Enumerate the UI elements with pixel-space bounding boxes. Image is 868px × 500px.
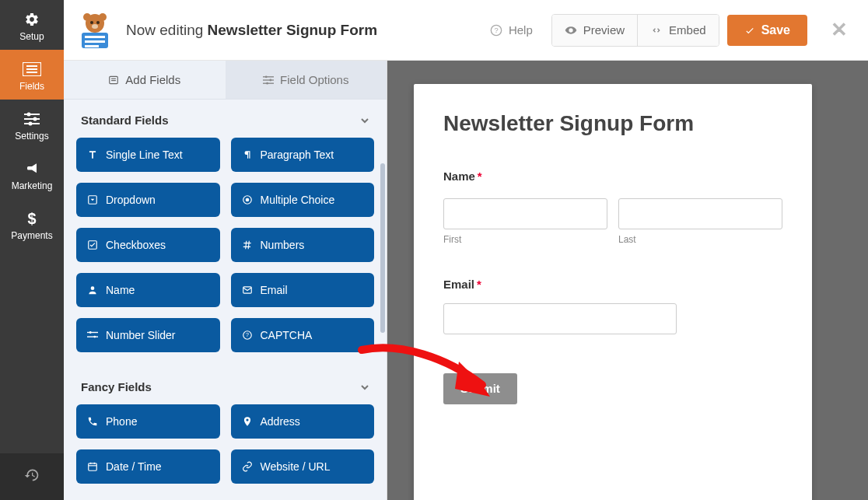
first-name-input[interactable] (443, 198, 607, 229)
preview-label: Preview (583, 23, 625, 37)
app-logo (72, 7, 118, 54)
field-website-url[interactable]: Website / URL (231, 449, 375, 484)
sidenav-label: Payments (11, 230, 52, 241)
preview-field-name[interactable]: Name* First Last (443, 170, 782, 245)
svg-text:$: $ (27, 210, 36, 227)
hash-icon (242, 240, 253, 250)
check-icon (744, 25, 755, 36)
required-indicator: * (474, 278, 481, 291)
form-preview[interactable]: Newsletter Signup Form Name* First Last (414, 84, 812, 500)
chip-label: Date / Time (106, 460, 162, 473)
svg-point-39 (89, 331, 92, 334)
field-name[interactable]: Name (76, 273, 220, 307)
chip-label: Numbers (261, 239, 305, 251)
field-multiple-choice[interactable]: Multiple Choice (231, 183, 375, 217)
text-icon (87, 149, 98, 160)
sidenav-setup[interactable]: Setup (0, 0, 64, 50)
chip-label: Email (261, 284, 288, 296)
fields-scroll[interactable]: Standard Fields Single Line Text Paragra… (64, 100, 387, 500)
checkbox-icon (87, 240, 98, 250)
fields-panel: Add Fields Field Options Standard Fields… (64, 61, 387, 500)
svg-rect-44 (89, 463, 97, 470)
group-fancy-header[interactable]: Fancy Fields (64, 366, 387, 404)
svg-point-16 (92, 24, 98, 29)
scrollbar-thumb[interactable] (380, 163, 385, 333)
sidenav-payments[interactable]: $ Payments (0, 199, 64, 249)
group-standard-header[interactable]: Standard Fields (64, 100, 387, 138)
preview-button[interactable]: Preview (552, 15, 637, 46)
chip-label: CAPTCHA (261, 329, 313, 341)
close-button[interactable]: ✕ (815, 18, 851, 42)
last-name-input[interactable] (618, 198, 782, 229)
field-number-slider[interactable]: Number Slider (76, 318, 220, 352)
bullhorn-icon (0, 160, 64, 177)
field-name-label: Name* (443, 170, 782, 183)
embed-button[interactable]: Embed (637, 15, 719, 46)
chip-label: Multiple Choice (261, 194, 335, 206)
sidenav-history[interactable] (0, 453, 64, 500)
dollar-icon: $ (0, 210, 64, 227)
question-circle-icon: ? (242, 330, 253, 341)
sidenav-fields[interactable]: Fields (0, 50, 64, 100)
tab-field-options[interactable]: Field Options (226, 61, 387, 100)
fancy-fields-grid: Phone Address Date / Time Website / URL (64, 404, 387, 498)
group-title: Fancy Fields (81, 380, 152, 393)
chip-label: Address (261, 415, 300, 428)
chip-label: Phone (106, 415, 137, 428)
email-input[interactable] (443, 303, 677, 334)
field-address[interactable]: Address (231, 404, 375, 439)
eye-icon (565, 24, 577, 37)
field-email[interactable]: Email (231, 273, 375, 307)
field-captcha[interactable]: ? CAPTCHA (231, 318, 375, 352)
calendar-icon (87, 461, 98, 472)
form-name: Newsletter Signup Form (208, 22, 378, 38)
field-numbers[interactable]: Numbers (231, 228, 375, 262)
form-icon (108, 75, 119, 86)
field-paragraph-text[interactable]: Paragraph Text (231, 138, 375, 172)
tab-add-fields[interactable]: Add Fields (64, 61, 226, 100)
chip-label: Number Slider (106, 329, 175, 341)
required-indicator: * (475, 170, 482, 183)
radio-icon (242, 194, 253, 205)
svg-point-27 (265, 75, 268, 78)
sidenav-label: Marketing (12, 180, 53, 191)
sidenav-label: Fields (19, 81, 44, 92)
submit-button[interactable]: Submit (443, 373, 517, 404)
sidenav-label: Setup (19, 31, 44, 42)
field-phone[interactable]: Phone (76, 404, 220, 439)
help-label: Help (509, 23, 533, 37)
chip-label: Name (106, 284, 135, 296)
field-date-time[interactable]: Date / Time (76, 449, 220, 484)
chevron-down-icon (360, 116, 369, 125)
save-button[interactable]: Save (727, 15, 807, 46)
field-checkboxes[interactable]: Checkboxes (76, 228, 220, 262)
svg-rect-18 (85, 36, 105, 38)
field-single-line-text[interactable]: Single Line Text (76, 138, 220, 172)
help-icon: ? (490, 24, 502, 37)
preview-field-email[interactable]: Email* (443, 278, 782, 334)
code-icon (650, 24, 663, 37)
svg-point-7 (33, 117, 37, 121)
help-button[interactable]: ? Help (479, 23, 544, 37)
page-title: Now editing Newsletter Signup Form (126, 22, 377, 39)
svg-point-41 (93, 336, 96, 338)
svg-point-9 (29, 122, 33, 126)
save-label: Save (761, 23, 790, 37)
main-sidenav: Setup Fields Settings Marketing $ Paymen… (0, 0, 64, 500)
map-marker-icon (242, 416, 253, 427)
sidenav-marketing[interactable]: Marketing (0, 149, 64, 199)
field-dropdown[interactable]: Dropdown (76, 183, 220, 217)
first-name-sublabel: First (443, 234, 607, 245)
link-icon (242, 461, 253, 472)
svg-text:?: ? (246, 332, 249, 337)
svg-point-29 (269, 79, 271, 81)
chip-label: Single Line Text (106, 149, 183, 161)
close-icon: ✕ (831, 18, 848, 41)
svg-rect-19 (85, 40, 105, 43)
tab-label: Field Options (280, 73, 348, 86)
sliders-icon (263, 75, 274, 86)
panel-tabs: Add Fields Field Options (64, 61, 387, 100)
chevron-down-icon (360, 383, 369, 392)
sidenav-settings[interactable]: Settings (0, 100, 64, 149)
chip-label: Dropdown (106, 194, 156, 206)
